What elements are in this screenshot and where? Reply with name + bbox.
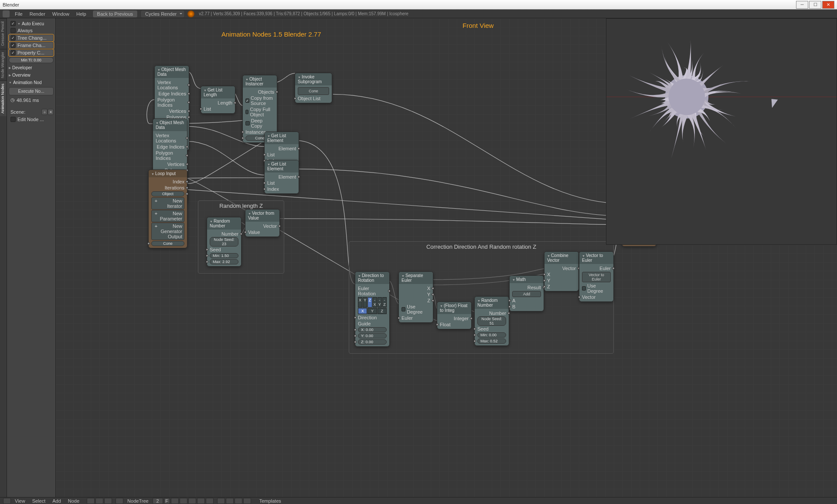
node-header[interactable]: Random Number bbox=[207, 217, 241, 230]
node-header[interactable]: Object Mesh Data bbox=[155, 66, 189, 78]
max-field[interactable]: Max: 2.92 bbox=[210, 259, 238, 264]
frame-check[interactable] bbox=[10, 43, 16, 48]
y-field[interactable]: Y: 0.00 bbox=[358, 333, 387, 338]
back-to-previous-button[interactable]: Back to Previous bbox=[92, 10, 138, 18]
node-seed-field[interactable]: Node Seed: 51 bbox=[477, 316, 506, 326]
paste-icon[interactable] bbox=[243, 498, 251, 504]
node-random-number-2[interactable]: Random Number Number Node Seed: 51 Seed … bbox=[474, 296, 509, 346]
menu-file[interactable]: File bbox=[11, 11, 26, 17]
node-header[interactable]: Math bbox=[510, 276, 544, 283]
node-header[interactable]: Separate Euler bbox=[399, 272, 433, 284]
render-icon[interactable] bbox=[187, 10, 194, 17]
node-header[interactable]: Object Mesh Data bbox=[153, 119, 187, 131]
node-combine-vector[interactable]: Combine Vector Vector X Y Z bbox=[544, 251, 579, 291]
node-get-list-element-2[interactable]: Get List Element Element List Index bbox=[264, 160, 299, 194]
fake-user-button[interactable]: F bbox=[164, 498, 170, 504]
tab-node-wrangler[interactable]: Node Wrangler bbox=[0, 49, 7, 81]
copy-full-check[interactable] bbox=[245, 110, 248, 114]
minimize-button[interactable]: ─ bbox=[796, 1, 808, 9]
cone-field[interactable]: Cone bbox=[151, 241, 184, 246]
x-field[interactable]: X: 0.00 bbox=[358, 327, 387, 332]
menu-select[interactable]: Select bbox=[29, 498, 49, 504]
node-header[interactable]: Combine Vector bbox=[544, 252, 578, 264]
x-icon[interactable] bbox=[180, 498, 187, 504]
node-header[interactable]: Get List Element bbox=[265, 132, 299, 144]
pin-icon[interactable] bbox=[95, 498, 103, 504]
tab-grease-pencil[interactable]: Grease Pencil bbox=[0, 18, 7, 49]
go-parent-icon[interactable] bbox=[104, 498, 112, 504]
object-field[interactable]: Object bbox=[151, 191, 184, 196]
auto-exec-header[interactable]: Auto Execu bbox=[17, 21, 44, 26]
developer-header[interactable]: Developer bbox=[9, 64, 54, 71]
auto-exec-check[interactable] bbox=[10, 21, 16, 26]
copy-source-check[interactable] bbox=[245, 98, 249, 103]
menu-help[interactable]: Help bbox=[73, 11, 90, 17]
node-math[interactable]: Math Result Add A B bbox=[509, 275, 544, 311]
animation-nodes-header[interactable]: Animation Nod bbox=[9, 79, 54, 86]
3d-viewport[interactable] bbox=[606, 18, 837, 245]
mode-dropdown[interactable]: Vector to Euler bbox=[582, 272, 611, 282]
min-time-field[interactable]: Min Ti: 0.00 bbox=[9, 57, 54, 63]
z-field[interactable]: Z: 0.00 bbox=[358, 339, 387, 345]
min-field[interactable]: Min: 1.50 bbox=[210, 253, 238, 258]
node-invoke-subprogram[interactable]: Invoke Subprogram Cone Object List bbox=[295, 73, 332, 103]
min-field[interactable]: Min: 0.00 bbox=[477, 332, 506, 338]
node-seed-field[interactable]: Node Seed: 23 bbox=[210, 237, 238, 247]
node-header[interactable]: Loop Input bbox=[149, 170, 187, 177]
menu-render[interactable]: Render bbox=[26, 11, 49, 17]
node-editor-canvas[interactable]: Animation Nodes 1.5 Blender 2.77 Front V… bbox=[56, 18, 837, 497]
copy-icon[interactable] bbox=[235, 498, 242, 504]
nodetree-icon[interactable] bbox=[116, 498, 123, 504]
overview-header[interactable]: Overview bbox=[9, 71, 54, 79]
node-separate-euler[interactable]: Separate Euler X Y Z Use Degree Euler bbox=[398, 271, 433, 323]
tree-check[interactable] bbox=[10, 35, 16, 41]
node-header[interactable]: Direction to Rotation bbox=[355, 272, 389, 284]
node-header[interactable]: (Floor) Float to Integ bbox=[437, 302, 471, 314]
editor-type-icon[interactable] bbox=[3, 498, 11, 504]
node-loop-input[interactable]: Loop Input Index Iterations Object +New … bbox=[148, 169, 187, 248]
menu-window[interactable]: Window bbox=[49, 11, 73, 17]
snap-icon[interactable] bbox=[217, 498, 225, 504]
node-vector-to-euler[interactable]: Vector to Euler Euler Vector to Euler Us… bbox=[579, 251, 614, 302]
node-header[interactable]: Get List Element bbox=[265, 160, 299, 173]
subprogram-select[interactable]: Cone bbox=[298, 87, 329, 95]
scene-link-icon[interactable]: ⟐ bbox=[41, 109, 48, 115]
node-header[interactable]: Invoke Subprogram bbox=[295, 73, 332, 85]
edit-node-check[interactable] bbox=[10, 117, 16, 122]
templates-button[interactable]: Templates bbox=[256, 498, 285, 504]
snap-mode-icon[interactable] bbox=[226, 498, 234, 504]
node-direction-to-rotation[interactable]: Direction to Rotation Euler Rotation XYZ… bbox=[355, 271, 390, 347]
tab-animation-nodes[interactable]: Animation Nodes bbox=[0, 81, 7, 116]
node-header[interactable]: Get List Length bbox=[201, 86, 235, 98]
scene-unlink-icon[interactable]: ✕ bbox=[48, 109, 54, 115]
operation-dropdown[interactable]: Add bbox=[512, 291, 541, 297]
node-float-to-integer[interactable]: (Floor) Float to Integ Integer Float bbox=[437, 301, 472, 329]
menu-view[interactable]: View bbox=[11, 498, 29, 504]
autoconnect-icon[interactable] bbox=[206, 498, 214, 504]
execute-button[interactable]: Execute No... bbox=[9, 87, 54, 95]
node-header[interactable]: Object Instancer bbox=[243, 75, 277, 88]
backdrop-icon[interactable] bbox=[188, 498, 196, 504]
deep-copy-check[interactable] bbox=[245, 121, 250, 125]
unlink-icon[interactable] bbox=[197, 498, 205, 504]
tree-type-icon[interactable] bbox=[87, 498, 95, 504]
node-random-number-1[interactable]: Random Number Number Node Seed: 23 Seed … bbox=[207, 217, 242, 267]
use-degree-check[interactable] bbox=[582, 286, 586, 291]
users-field[interactable]: 2 bbox=[153, 498, 163, 504]
menu-node[interactable]: Node bbox=[65, 498, 83, 504]
menu-add[interactable]: Add bbox=[49, 498, 65, 504]
node-vector-from-value[interactable]: Vector from Value Vector Value bbox=[245, 209, 280, 237]
max-field[interactable]: Max: 0.52 bbox=[477, 338, 506, 344]
node-header[interactable]: Random Number bbox=[475, 297, 509, 309]
node-header[interactable]: Vector from Value bbox=[245, 210, 279, 222]
close-button[interactable]: ✕ bbox=[822, 1, 834, 9]
prop-check[interactable] bbox=[10, 50, 16, 55]
plus-icon[interactable] bbox=[171, 498, 179, 504]
maximize-button[interactable]: ☐ bbox=[809, 1, 821, 9]
always-check[interactable] bbox=[10, 28, 16, 33]
node-header[interactable]: Vector to Euler bbox=[579, 252, 613, 264]
use-degree-check[interactable] bbox=[401, 307, 405, 311]
track-axis-row[interactable]: XYZ-X-Y-Z bbox=[358, 297, 387, 308]
blender-icon[interactable] bbox=[3, 10, 10, 17]
render-engine-dropdown[interactable]: Cycles Render bbox=[140, 10, 185, 18]
